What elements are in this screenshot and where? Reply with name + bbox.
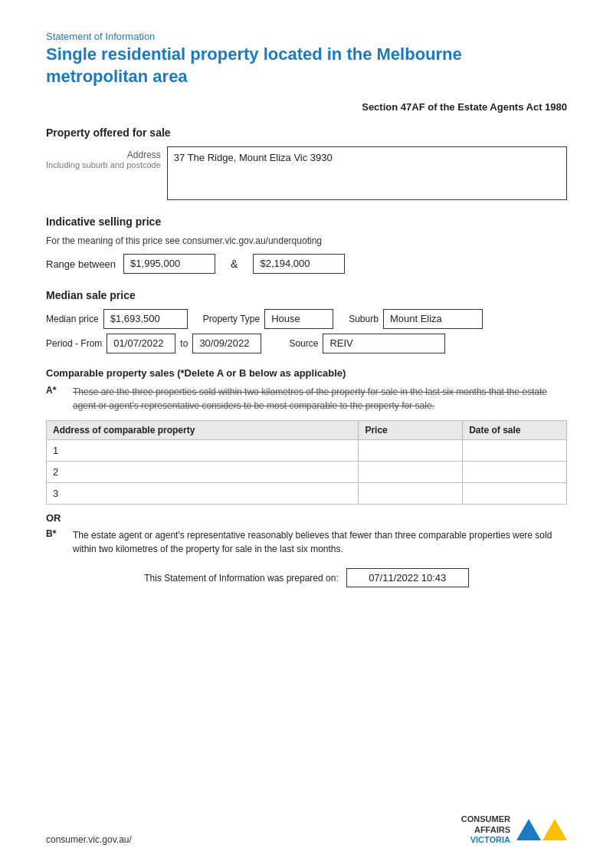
row-price (359, 483, 463, 505)
row-price (359, 440, 463, 462)
price-range-row: Range between $1,995,000 & $2,194,000 (46, 254, 567, 274)
col-date-header: Date of sale (463, 421, 567, 440)
range-to-box: $2,194,000 (253, 254, 345, 274)
address-value: 37 The Ridge, Mount Eliza Vic 3930 (174, 152, 333, 163)
col-address-header: Address of comparable property (47, 421, 359, 440)
row-date (463, 462, 567, 483)
range-to-value: $2,194,000 (260, 258, 310, 269)
comparable-section: Comparable property sales (*Delete A or … (46, 367, 567, 587)
suburb-value: Mount Eliza (390, 313, 442, 324)
a-text: These are the three properties sold with… (73, 385, 567, 413)
period-from-label: Period - From (46, 338, 102, 349)
range-from-value: $1,995,000 (130, 258, 180, 269)
property-type-label: Property Type (203, 314, 260, 324)
median-row-1: Median price $1,693,500 Property Type Ho… (46, 309, 567, 329)
table-row: 3 (47, 483, 567, 505)
suburb-box: Mount Eliza (383, 309, 483, 329)
source-value: REIV (329, 337, 352, 349)
footer: consumer.vic.gov.au/ CONSUMER AFFAIRS VI… (0, 814, 613, 845)
logo-text-line3: VICTORIA (461, 835, 510, 845)
prepared-value: 07/11/2022 10:43 (369, 572, 446, 584)
triangle-blue-icon (516, 819, 541, 840)
row-address: 1 (47, 440, 359, 462)
address-box: 37 The Ridge, Mount Eliza Vic 3930 (167, 146, 567, 200)
address-sublabel: Including suburb and postcode (46, 160, 161, 169)
act-reference: Section 47AF of the Estate Agents Act 19… (46, 101, 567, 113)
col-price-header: Price (359, 421, 463, 440)
logo-triangles (516, 819, 567, 840)
table-row: 1 (47, 440, 567, 462)
table-row: 2 (47, 462, 567, 483)
main-title: Single residential property located in t… (46, 44, 567, 87)
indicative-heading: Indicative selling price (46, 215, 567, 228)
or-text: OR (46, 512, 567, 524)
property-type-box: House (264, 309, 333, 329)
property-type-value: House (271, 313, 300, 324)
row-date (463, 483, 567, 505)
median-heading: Median sale price (46, 289, 567, 301)
period-to-box: 30/09/2022 (192, 334, 261, 353)
logo-text-line1: CONSUMER (461, 814, 510, 824)
range-label: Range between (46, 258, 116, 270)
a-marker: A* (46, 385, 65, 413)
b-row: B* The estate agent or agent's represent… (46, 528, 567, 556)
period-to-label: to (180, 338, 188, 349)
address-row: Address Including suburb and postcode 37… (46, 146, 567, 200)
address-label: Address (127, 150, 161, 160)
property-heading: Property offered for sale (46, 127, 567, 139)
source-box: REIV (323, 334, 445, 353)
indicative-note: For the meaning of this price see consum… (46, 235, 567, 246)
b-text: The estate agent or agent's representati… (73, 528, 567, 556)
b-marker: B* (46, 528, 65, 556)
period-from-box: 01/07/2022 (107, 334, 175, 353)
statement-label: Statement of Information (46, 31, 567, 42)
footer-url: consumer.vic.gov.au/ (46, 834, 132, 845)
comparable-table: Address of comparable property Price Dat… (46, 420, 567, 505)
row-price (359, 462, 463, 483)
comparable-heading: Comparable property sales (*Delete A or … (46, 367, 567, 379)
period-to-value: 30/09/2022 (199, 337, 249, 349)
suburb-label: Suburb (349, 314, 379, 324)
row-date (463, 440, 567, 462)
range-from-box: $1,995,000 (123, 254, 215, 274)
logo-text-line2: AFFAIRS (461, 825, 510, 835)
prepared-label: This Statement of Information was prepar… (144, 573, 338, 584)
prepared-row: This Statement of Information was prepar… (46, 568, 567, 587)
median-price-box: $1,693,500 (103, 309, 188, 329)
source-label: Source (289, 338, 318, 349)
period-from-value: 01/07/2022 (113, 337, 163, 349)
median-row-2: Period - From 01/07/2022 to 30/09/2022 S… (46, 334, 567, 353)
prepared-box: 07/11/2022 10:43 (346, 568, 469, 587)
row-address: 2 (47, 462, 359, 483)
row-address: 3 (47, 483, 359, 505)
median-price-label: Median price (46, 314, 99, 324)
range-separator: & (223, 258, 245, 270)
median-price-value: $1,693,500 (110, 313, 160, 324)
triangle-yellow-icon (543, 819, 567, 840)
cav-logo: CONSUMER AFFAIRS VICTORIA (461, 814, 567, 845)
a-row: A* These are the three properties sold w… (46, 385, 567, 413)
